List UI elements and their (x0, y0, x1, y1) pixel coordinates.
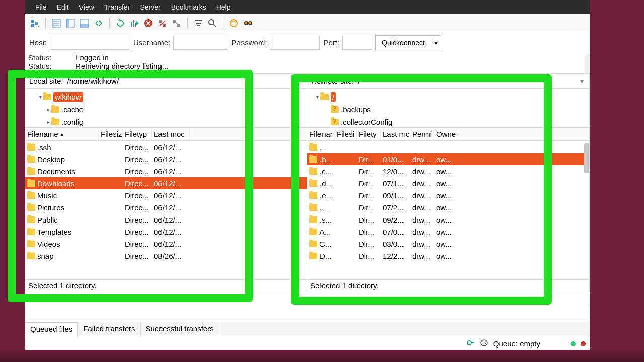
local-site-input[interactable] (65, 75, 305, 88)
key-icon[interactable] (467, 339, 475, 348)
find-icon[interactable] (243, 18, 254, 29)
svg-rect-20 (159, 20, 162, 23)
site-manager-icon[interactable] (29, 18, 40, 29)
tree-node[interactable]: ▸.cache (25, 103, 307, 116)
tab-failed-transfers[interactable]: Failed transfers (78, 322, 140, 337)
refresh-icon[interactable] (115, 18, 126, 29)
process-queue-icon[interactable] (129, 18, 140, 29)
menu-edit[interactable]: Edit (52, 1, 74, 13)
column-header[interactable]: Filetyp (123, 128, 152, 140)
svg-rect-11 (80, 24, 89, 27)
clock-icon[interactable] (480, 339, 488, 348)
list-item[interactable]: VideosDirec...06/12/... (25, 238, 307, 250)
remote-site-label: Remote site: (309, 77, 356, 85)
tree-node[interactable]: .backups (307, 103, 589, 116)
host-input[interactable] (50, 36, 130, 50)
auto-icon[interactable] (228, 18, 239, 29)
username-input[interactable] (173, 36, 228, 50)
toggle-queue-icon[interactable] (79, 18, 90, 29)
list-item[interactable]: C...Dir...03/0...drw...ow... (307, 238, 589, 250)
port-input[interactable] (342, 36, 372, 50)
list-item[interactable]: TemplatesDirec...06/12/... (25, 226, 307, 238)
chevron-down-icon[interactable]: ▾ (431, 39, 441, 47)
tree-node[interactable]: ▾wikihow (25, 91, 307, 103)
tab-successful-transfers[interactable]: Successful transfers (141, 322, 219, 337)
quickconnect-button[interactable]: Quickconnect ▾ (375, 35, 441, 50)
column-header[interactable]: Server/Local (25, 294, 77, 303)
scrollbar[interactable] (584, 143, 589, 173)
tree-node[interactable]: .collectorConfig (307, 116, 589, 128)
remote-filelist[interactable]: FilenarFilesiFiletyLast mcPermiOwne ...b… (307, 128, 589, 279)
svg-rect-9 (66, 19, 69, 27)
menu-server[interactable]: Server (135, 1, 166, 13)
svg-point-30 (209, 20, 214, 25)
local-tree[interactable]: ▾wikihow▸.cache▸.config (25, 89, 307, 128)
toggle-log-icon[interactable] (51, 18, 62, 29)
column-header[interactable]: Last moc (152, 128, 190, 140)
column-header[interactable]: Owne (434, 128, 458, 140)
disconnect-icon[interactable] (157, 18, 168, 29)
chevron-down-icon[interactable]: ▾ (576, 77, 587, 85)
column-header[interactable]: Last mc (381, 128, 410, 140)
svg-marker-16 (136, 21, 139, 26)
svg-line-26 (176, 23, 177, 24)
tab-queued-files[interactable]: Queued files (25, 322, 78, 337)
column-header[interactable]: Status (184, 294, 214, 303)
remote-status: Selected 1 directory. (307, 279, 589, 292)
list-item[interactable]: DesktopDirec...06/12/... (25, 153, 307, 165)
cancel-icon[interactable] (143, 18, 154, 29)
list-item[interactable]: .b...Dir...01/0...drw...ow... (307, 153, 589, 165)
svg-rect-36 (249, 22, 251, 24)
list-item[interactable]: .sshDirec...06/12/... (25, 141, 307, 153)
toggle-tree-icon[interactable] (65, 18, 76, 29)
list-item[interactable]: PublicDirec...06/12/... (25, 213, 307, 226)
column-header[interactable]: Prio (166, 294, 184, 303)
sync-browse-icon[interactable] (93, 18, 104, 29)
column-header[interactable]: Remote file (96, 294, 146, 303)
menu-bookmarks[interactable]: Bookmarks (166, 1, 211, 13)
tree-node[interactable]: ▾/ (307, 91, 589, 103)
list-item[interactable]: DocumentsDirec...06/12/... (25, 165, 307, 177)
local-filelist[interactable]: Filename▲FilesizFiletypLast moc .sshDire… (25, 128, 307, 279)
password-input[interactable] (270, 36, 320, 50)
list-item[interactable]: .d...Dir...07/1...drw...ow... (307, 177, 589, 189)
menu-view[interactable]: View (74, 1, 99, 13)
list-item[interactable]: .. (307, 141, 589, 153)
tree-node[interactable]: ▸.config (25, 116, 307, 128)
column-header[interactable]: Permi (410, 128, 434, 140)
transfer-queue: Server/LocalDireRemote fileSizePrioStatu… (25, 292, 590, 322)
menu-help[interactable]: Help (211, 1, 236, 13)
list-item[interactable]: PicturesDirec...06/12/... (25, 201, 307, 213)
svg-rect-1 (31, 24, 34, 27)
column-header[interactable]: Filename▲ (25, 128, 99, 140)
list-item[interactable]: .s...Dir...09/2...drw...ow... (307, 213, 589, 226)
reconnect-icon[interactable] (171, 18, 182, 29)
scrollbar[interactable] (585, 53, 590, 73)
local-site-label: Local site: (27, 77, 65, 85)
toolbar (25, 14, 590, 32)
local-pane: Local site: ▾wikihow▸.cache▸.config File… (25, 74, 307, 292)
list-item[interactable]: snapDirec...08/26/... (25, 250, 307, 262)
column-header[interactable]: Filesi (335, 128, 357, 140)
list-item[interactable]: .c...Dir...12/0...drw...ow... (307, 165, 589, 177)
column-header[interactable]: Filenar (307, 128, 335, 140)
svg-line-31 (213, 24, 216, 27)
column-header[interactable]: Dire (77, 294, 96, 303)
list-item[interactable]: ....Dir...07/2...drw...ow... (307, 201, 589, 213)
message-log[interactable]: Status:Logged in Status:Retrieving direc… (25, 53, 590, 74)
column-header[interactable]: Filesiz (99, 128, 123, 140)
filter-icon[interactable] (193, 18, 204, 29)
column-header[interactable]: Size (146, 294, 166, 303)
menu-transfer[interactable]: Transfer (99, 1, 135, 13)
list-item[interactable]: .e...Dir...09/1...drw...ow... (307, 189, 589, 201)
list-item[interactable]: D...Dir...12/2...drw...ow... (307, 250, 589, 262)
column-header[interactable]: Filety (357, 128, 381, 140)
menu-file[interactable]: File (30, 1, 52, 13)
list-item[interactable]: DownloadsDirec...06/12/... (25, 177, 307, 189)
list-item[interactable]: MusicDirec...06/12/... (25, 189, 307, 201)
svg-rect-0 (31, 20, 34, 23)
remote-site-input[interactable] (356, 75, 576, 88)
compare-icon[interactable] (207, 18, 218, 29)
list-item[interactable]: A...Dir...07/0...drw...ow... (307, 226, 589, 238)
remote-tree[interactable]: ▾/.backups.collectorConfig (307, 89, 589, 128)
